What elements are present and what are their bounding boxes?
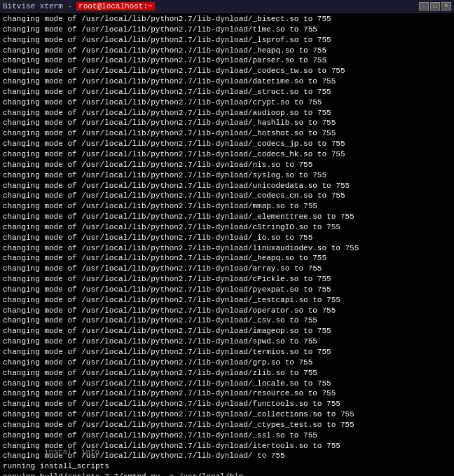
terminal-line: changing mode of /usr/local/lib/python2.…: [3, 97, 451, 108]
title-bar: Bitvise xterm - root@localhost:~ - □ ×: [0, 0, 454, 13]
terminal-line: changing mode of /usr/local/lib/python2.…: [3, 76, 451, 87]
terminal-line: changing mode of /usr/local/lib/python2.…: [3, 243, 451, 254]
terminal-line: changing mode of /usr/local/lib/python2.…: [3, 170, 451, 181]
terminal-line: changing mode of /usr/local/lib/python2.…: [3, 14, 451, 25]
terminal-line: changing mode of /usr/local/lib/python2.…: [3, 326, 451, 336]
title-bar-buttons: - □ ×: [419, 2, 451, 11]
terminal-line: changing mode of /usr/local/lib/python2.…: [3, 191, 451, 201]
terminal-line: changing mode of /usr/local/lib/python2.…: [3, 347, 451, 358]
terminal-line: changing mode of /usr/local/lib/python2.…: [3, 368, 451, 379]
terminal-line: changing mode of /usr/local/lib/python2.…: [3, 430, 451, 441]
terminal-line: copying build/scripts-2.7/smtpd.py -> /u…: [3, 472, 451, 476]
terminal-line: changing mode of /usr/local/lib/python2.…: [3, 285, 451, 295]
terminal-line: changing mode of /usr/local/lib/python2.…: [3, 358, 451, 368]
terminal-line: changing mode of /usr/local/lib/python2.…: [3, 139, 451, 149]
terminal-line: changing mode of /usr/local/lib/python2.…: [3, 409, 451, 420]
terminal-line: running install_scripts: [3, 461, 451, 472]
terminal-line: changing mode of /usr/local/lib/python2.…: [3, 222, 451, 233]
terminal-line: changing mode of /usr/local/lib/python2.…: [3, 274, 451, 285]
terminal-line: changing mode of /usr/local/lib/python2.…: [3, 399, 451, 409]
terminal-line: changing mode of /usr/local/lib/python2.…: [3, 233, 451, 243]
terminal-line: changing mode of /usr/local/lib/python2.…: [3, 201, 451, 212]
terminal-line: changing mode of /usr/local/lib/python2.…: [3, 315, 451, 326]
install-info-label: install info: [44, 448, 99, 456]
terminal-line: changing mode of /usr/local/lib/python2.…: [3, 55, 451, 66]
terminal-line: changing mode of /usr/local/lib/python2.…: [3, 35, 451, 46]
terminal-line: changing mode of /usr/local/lib/python2.…: [3, 253, 451, 264]
terminal-line: changing mode of /usr/local/lib/python2.…: [3, 388, 451, 399]
terminal-line: changing mode of /usr/local/lib/python2.…: [3, 118, 451, 128]
minimize-button[interactable]: -: [419, 2, 429, 11]
terminal-body: changing mode of /usr/local/lib/python2.…: [0, 13, 454, 476]
terminal-line: changing mode of /usr/local/lib/python2.…: [3, 25, 451, 35]
app-name: Bitvise xterm -: [3, 2, 72, 11]
terminal-line: changing mode of /usr/local/lib/python2.…: [3, 108, 451, 118]
terminal-line: changing mode of /usr/local/lib/python2.…: [3, 420, 451, 430]
terminal-line: changing mode of /usr/local/lib/python2.…: [3, 264, 451, 274]
terminal-line: changing mode of /usr/local/lib/python2.…: [3, 128, 451, 139]
maximize-button[interactable]: □: [430, 2, 440, 11]
terminal-line: changing mode of /usr/local/lib/python2.…: [3, 306, 451, 316]
terminal-line: changing mode of /usr/local/lib/python2.…: [3, 46, 451, 56]
terminal-line: changing mode of /usr/local/lib/python2.…: [3, 295, 451, 306]
terminal-line: changing mode of /usr/local/lib/python2.…: [3, 181, 451, 191]
terminal-line: changing mode of /usr/local/lib/python2.…: [3, 87, 451, 97]
terminal-line: changing mode of /usr/local/lib/python2.…: [3, 66, 451, 76]
terminal-line: changing mode of /usr/local/lib/python2.…: [3, 160, 451, 170]
terminal-line: changing mode of /usr/local/lib/python2.…: [3, 379, 451, 389]
close-button[interactable]: ×: [441, 2, 451, 11]
title-highlight: root@localhost:~: [76, 2, 155, 11]
terminal-line: changing mode of /usr/local/lib/python2.…: [3, 212, 451, 222]
terminal-line: changing mode of /usr/local/lib/python2.…: [3, 336, 451, 347]
terminal-line: changing mode of /usr/local/lib/python2.…: [3, 149, 451, 160]
